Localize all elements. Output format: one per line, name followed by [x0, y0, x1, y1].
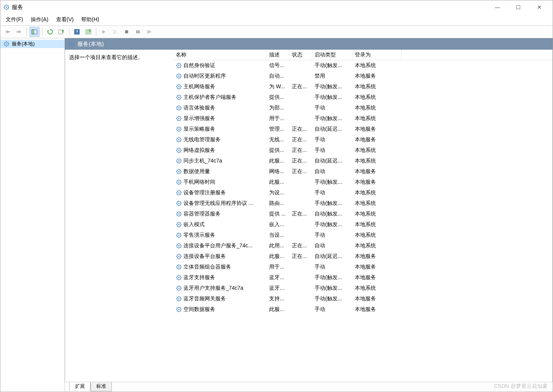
service-row[interactable]: 显示策略服务管理...正在...自动(延迟...本地服务	[174, 124, 552, 134]
service-row[interactable]: 立体音频组合器服务用于...手动本地服务	[174, 262, 552, 272]
start-service-alt-button[interactable]	[110, 27, 120, 37]
col-desc[interactable]: 描述	[267, 50, 290, 60]
gear-icon	[176, 137, 182, 143]
service-row[interactable]: 主机网络服务为 W...正在...手动(触发...本地系统	[174, 81, 552, 92]
show-hide-tree-button[interactable]	[30, 27, 39, 37]
service-name: 立体音频组合器服务	[183, 264, 231, 270]
gear-icon	[68, 41, 74, 47]
pause-service-button[interactable]	[133, 27, 143, 37]
service-logon: 本地服务	[352, 136, 402, 144]
service-row[interactable]: 主机保护者客户端服务提供...手动(触发...本地系统	[174, 92, 552, 103]
svg-rect-21	[125, 30, 128, 33]
gear-icon	[176, 190, 182, 196]
stop-service-button[interactable]	[122, 27, 132, 37]
service-name: 同步主机_74c7a	[183, 158, 222, 164]
close-button[interactable]: ✕	[529, 0, 550, 14]
export-list-button[interactable]	[56, 27, 66, 37]
service-desc: 此服...	[267, 178, 290, 186]
service-state	[290, 65, 312, 66]
col-state[interactable]: 状态	[290, 50, 312, 60]
services-grid: 名称 描述 状态 启动类型 登录为 自然身份验证信号...手动(触发...本地系…	[174, 50, 552, 382]
service-row[interactable]: 蓝牙支持服务蓝牙...手动(触发...本地服务	[174, 272, 552, 283]
service-row[interactable]: 手机网络时间此服...手动(触发...本地服务	[174, 177, 552, 187]
service-start: 自动(延迟...	[312, 125, 352, 133]
restart-service-button[interactable]	[144, 27, 154, 37]
tree-root[interactable]: 服务(本地)	[0, 40, 64, 48]
right-pane: 服务(本地) 选择一个项目来查看它的描述。 名称 描述 状态 启动类型 登录为 …	[65, 38, 553, 392]
col-logon[interactable]: 登录为	[352, 50, 402, 60]
service-row[interactable]: 自动时区更新程序自动...禁用本地服务	[174, 71, 552, 81]
service-logon: 本地系统	[352, 189, 402, 197]
service-desc: 用于...	[267, 263, 290, 271]
tab-extended[interactable]: 扩展	[69, 382, 91, 391]
col-name[interactable]: 名称	[174, 50, 267, 60]
maximize-button[interactable]: ☐	[508, 0, 529, 14]
service-desc: 嵌入...	[267, 220, 290, 229]
service-row[interactable]: 自然身份验证信号...手动(触发...本地系统	[174, 60, 552, 71]
titlebar[interactable]: 服务 — ☐ ✕	[0, 0, 553, 14]
service-start: 手动(触发...	[312, 295, 352, 303]
service-name: 连接设备平台服务	[183, 253, 226, 260]
service-state	[290, 75, 312, 77]
service-row[interactable]: 容器管理器服务提供 ...正在...自动(触发...本地系统	[174, 209, 552, 219]
service-row[interactable]: 网络虚拟服务提供...正在...手动本地系统	[174, 145, 552, 156]
svg-rect-24	[147, 30, 149, 33]
service-row[interactable]: 同步主机_74c7a此服...正在...自动(延迟...本地系统	[174, 156, 552, 166]
menu-help[interactable]: 帮助(H)	[81, 16, 99, 23]
svg-rect-22	[136, 30, 138, 33]
service-name: 手机网络时间	[183, 179, 215, 186]
forward-button[interactable]	[14, 27, 24, 37]
service-state	[290, 309, 312, 310]
service-desc: 为设...	[267, 189, 290, 197]
back-button[interactable]	[3, 27, 13, 37]
service-desc: 信号...	[267, 61, 290, 70]
service-row[interactable]: 数据使用量网络...正在...自动本地服务	[174, 166, 552, 177]
gear-icon	[176, 169, 182, 175]
service-row[interactable]: 连接设备平台用户服务_74c...此用...正在...自动本地系统	[174, 241, 552, 251]
service-start: 自动(延迟...	[312, 157, 352, 165]
service-row[interactable]: 设备管理注册服务为设...手动本地系统	[174, 187, 552, 198]
service-row[interactable]: 蓝牙用户支持服务_74c7a蓝牙...手动(触发...本地系统	[174, 283, 552, 294]
tree-pane[interactable]: 服务(本地)	[0, 38, 65, 392]
service-desc: 为部...	[267, 104, 290, 112]
service-name: 无线电管理服务	[183, 136, 221, 143]
service-row[interactable]: 蓝牙音频网关服务支持...手动(触发...本地服务	[174, 294, 552, 304]
service-row[interactable]: 零售演示服务当设...手动本地系统	[174, 230, 552, 241]
service-state	[290, 118, 312, 119]
gear-icon	[176, 264, 182, 270]
service-start: 自动	[312, 167, 352, 176]
service-state	[290, 287, 312, 289]
service-state: 正在...	[290, 252, 312, 261]
grid-body[interactable]: 自然身份验证信号...手动(触发...本地系统自动时区更新程序自动...禁用本地…	[174, 60, 552, 382]
start-service-button[interactable]	[99, 27, 109, 37]
service-row[interactable]: 无线电管理服务无线...正在...手动本地服务	[174, 134, 552, 145]
service-state	[290, 298, 312, 300]
col-start[interactable]: 启动类型	[312, 50, 352, 60]
service-row[interactable]: 语言体验服务为部...手动本地系统	[174, 103, 552, 113]
menu-file[interactable]: 文件(F)	[6, 16, 23, 23]
menu-action[interactable]: 操作(A)	[31, 16, 49, 23]
help-button[interactable]: ?	[72, 27, 82, 37]
service-row[interactable]: 嵌入模式嵌入...手动(触发...本地系统	[174, 219, 552, 230]
menubar: 文件(F) 操作(A) 查看(V) 帮助(H)	[0, 14, 553, 25]
service-start: 手动(触发...	[312, 220, 352, 229]
service-row[interactable]: 连接设备平台服务此服...正在...自动(延迟...本地服务	[174, 251, 552, 262]
service-start: 手动	[312, 305, 352, 314]
service-logon: 本地服务	[352, 263, 402, 271]
service-name: 主机网络服务	[183, 83, 215, 90]
tab-standard[interactable]: 标准	[91, 382, 112, 391]
service-row[interactable]: 设备管理无线应用程序协议 ...路由...手动(触发...本地系统	[174, 198, 552, 209]
menu-view[interactable]: 查看(V)	[56, 16, 74, 23]
service-logon: 本地系统	[352, 93, 402, 102]
service-desc: 无线...	[267, 136, 290, 144]
service-state: 正在...	[290, 146, 312, 155]
service-row[interactable]: 空间数据服务此服...手动本地服务	[174, 304, 552, 315]
description-column: 选择一个项目来查看它的描述。	[65, 50, 174, 382]
service-name: 零售演示服务	[183, 232, 215, 239]
properties-button[interactable]	[83, 27, 93, 37]
minimize-button[interactable]: —	[487, 0, 508, 14]
gear-icon	[176, 275, 182, 281]
service-start: 手动(触发...	[312, 114, 352, 123]
service-row[interactable]: 显示增强服务用于...手动(触发...本地系统	[174, 113, 552, 124]
refresh-button[interactable]	[45, 27, 55, 37]
